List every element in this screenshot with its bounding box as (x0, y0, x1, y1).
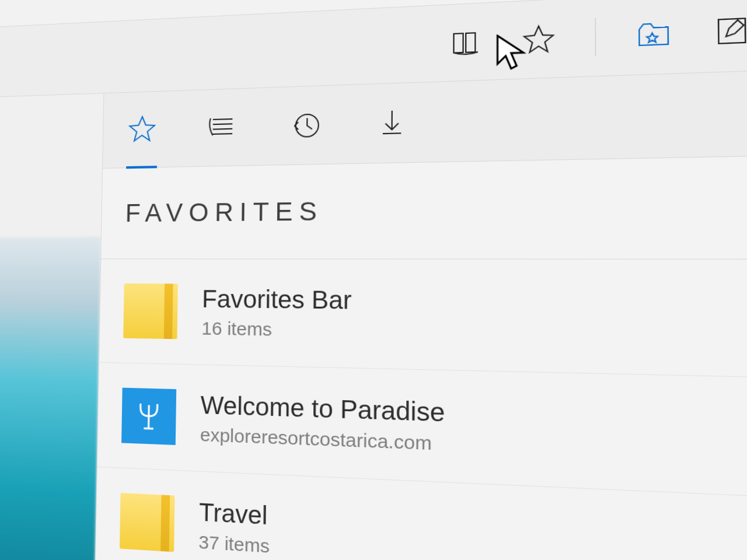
item-title: Welcome to Paradise (200, 391, 445, 427)
item-title: Favorites Bar (202, 285, 352, 314)
add-favorite-icon[interactable] (521, 22, 557, 57)
item-subtitle: 37 items (198, 531, 270, 556)
hub-title: Favorites (125, 197, 323, 228)
hub-panel: Favorites Favorites Bar 16 items (94, 67, 747, 560)
tab-favorites[interactable] (126, 90, 158, 169)
webpage-preview (0, 93, 104, 560)
tab-reading-list[interactable] (206, 88, 239, 167)
folder-icon (123, 284, 178, 339)
tab-history[interactable] (289, 85, 323, 166)
toolbar-divider (595, 18, 596, 56)
item-subtitle: 16 items (201, 317, 351, 341)
favorites-list: Favorites Bar 16 items Welcome to Paradi… (94, 259, 747, 560)
item-subtitle: exploreresortcostarica.com (200, 424, 445, 455)
reading-view-icon[interactable] (448, 25, 483, 60)
web-note-icon[interactable] (713, 13, 747, 49)
list-item[interactable]: Favorites Bar 16 items (99, 259, 747, 380)
hub-section-header: Favorites (101, 154, 747, 260)
browser-window: Favorites Favorites Bar 16 items (0, 0, 747, 560)
folder-icon (120, 493, 175, 552)
webpage-hero-image (0, 237, 101, 560)
favicon-trident-icon (121, 388, 176, 445)
svg-rect-4 (718, 18, 745, 43)
tab-downloads[interactable] (375, 82, 409, 164)
item-title: Travel (199, 498, 270, 530)
hub-icon[interactable] (635, 16, 673, 52)
